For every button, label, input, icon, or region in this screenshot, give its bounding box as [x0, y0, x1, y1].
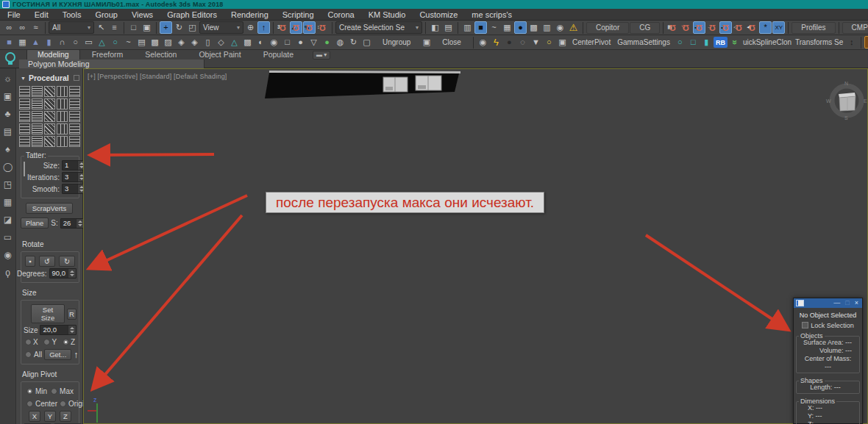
ribbon-minimize-button[interactable]: ▬ ▾ — [313, 51, 330, 60]
chevrons-down-icon[interactable]: » — [728, 36, 741, 48]
dotted-sphere-icon[interactable]: ◌ — [516, 36, 529, 48]
curve-editor-icon[interactable]: ~ — [488, 21, 500, 34]
pattern-swatch[interactable] — [57, 123, 68, 134]
snap-endpoint-icon[interactable]: →Ω — [706, 21, 719, 34]
plane-button[interactable]: Plane — [21, 218, 49, 229]
centerpivot-button[interactable]: CenterPivot — [569, 37, 613, 48]
menu-corona[interactable]: Corona — [328, 10, 355, 19]
tatter-iterations-spinner[interactable]: 3 — [62, 172, 86, 182]
rectangle-spline-icon[interactable]: ▭ — [82, 36, 95, 48]
rotate-ccw-button[interactable]: ↺ — [39, 256, 55, 267]
minimize-button[interactable]: — — [832, 298, 842, 308]
select-object-icon[interactable]: ↖ — [95, 21, 107, 34]
create-selection-set-dropdown[interactable]: Create Selection Se▾ — [335, 21, 422, 34]
render-production-icon[interactable]: ◉ — [554, 21, 566, 34]
tree-icon[interactable]: ♠ — [2, 143, 14, 155]
ellipse-icon[interactable]: ○ — [109, 36, 121, 48]
quicksplineclone-button[interactable]: uickSplineClon — [741, 37, 793, 48]
procedural-rollout-header[interactable]: ▼ Procedural — [21, 73, 79, 82]
pattern-swatch[interactable] — [44, 123, 55, 134]
use-pivot-point-icon[interactable]: ↑ — [257, 21, 270, 34]
viewport-label[interactable]: [+] [Perspective] [Standard] [Default Sh… — [88, 73, 227, 80]
tab-object-paint[interactable]: Object Paint — [188, 50, 251, 60]
cg-button[interactable]: CG — [630, 22, 660, 34]
spline-pen-icon[interactable]: △ — [96, 36, 108, 48]
pivot-min-radio[interactable] — [26, 388, 33, 395]
align-icon[interactable]: ▤ — [442, 21, 455, 34]
material-editor-icon[interactable]: ● — [514, 21, 527, 34]
pattern-swatch[interactable] — [19, 86, 30, 97]
angle-snap-icon[interactable]: ∠Ω — [290, 21, 302, 34]
menu-me-scrips[interactable]: me scrips's — [472, 10, 512, 19]
select-and-manipulate-icon[interactable]: ⊕ — [244, 21, 257, 34]
viewcube[interactable]: N S W E — [825, 78, 868, 121]
dashed-circle-icon[interactable]: ○ — [674, 36, 686, 48]
monitor-icon[interactable]: ▭ — [2, 231, 14, 243]
move-box-icon[interactable]: ▦ — [2, 196, 14, 208]
menu-group[interactable]: Group — [95, 10, 118, 19]
rb-script-button[interactable]: RB — [714, 37, 728, 48]
snap-face-icon[interactable]: ◁Ω — [733, 21, 745, 34]
gray-sphere-icon[interactable]: ● — [294, 36, 307, 48]
dark-sphere-icon[interactable]: ● — [503, 36, 516, 48]
grid-helper-icon[interactable]: ▦ — [16, 36, 29, 48]
pivot-y-button[interactable]: Y — [44, 411, 56, 422]
mesh-star2-icon[interactable]: ◈ — [188, 36, 201, 48]
camera-icon[interactable]: ▣ — [2, 90, 14, 102]
select-and-move-icon[interactable]: + — [160, 21, 172, 34]
spray-bottle-icon[interactable]: ▮ — [700, 36, 713, 48]
window-crossing-icon[interactable]: ▣ — [140, 21, 153, 34]
bulb-small-icon[interactable]: ϙ — [2, 267, 14, 279]
forest-icon[interactable]: ♣ — [2, 108, 14, 120]
measure-panel-titlebar[interactable]: — □ × — [794, 298, 862, 308]
pattern-swatch[interactable] — [19, 98, 30, 109]
teapot-icon[interactable]: ◉ — [2, 249, 14, 261]
pattern-swatch[interactable] — [19, 123, 30, 134]
pattern-swatch[interactable] — [32, 86, 43, 97]
s-spinner[interactable]: 26 — [60, 218, 85, 229]
menu-file[interactable]: File — [7, 10, 21, 19]
select-by-name-icon[interactable]: ≡ — [108, 21, 121, 34]
gammasettings-button[interactable]: GammaSettings — [614, 37, 673, 48]
degrees-spinner[interactable]: 90,0 — [49, 268, 77, 279]
pattern-swatch[interactable] — [57, 98, 68, 109]
green-dot-icon[interactable]: ● — [321, 36, 333, 48]
center-pivot-icon[interactable]: ▣ — [556, 36, 569, 48]
scrapverts-button[interactable]: ScrapVerts — [26, 203, 73, 214]
pattern-swatch[interactable] — [69, 86, 80, 97]
pivot-x-button[interactable]: X — [29, 411, 40, 422]
mirror-icon[interactable]: ◧ — [429, 21, 441, 34]
cylinder-icon[interactable]: ▮ — [43, 36, 55, 48]
arc-icon[interactable]: ∩ — [56, 36, 68, 48]
torus-icon[interactable]: ◯ — [2, 161, 14, 173]
layers-icon[interactable]: ◳ — [2, 179, 14, 190]
list-icon[interactable]: ▤ — [2, 126, 14, 137]
tatter-pattern-button[interactable] — [24, 162, 25, 176]
snap-xy-icon[interactable]: XY — [772, 21, 785, 34]
pattern-swatch[interactable] — [19, 136, 30, 147]
snap-vertex-icon[interactable]: ▪Ω — [693, 21, 705, 34]
pivot-z-button[interactable]: Z — [60, 411, 71, 422]
tab-freeform[interactable]: Freeform — [82, 50, 134, 60]
select-and-scale-icon[interactable]: ◰ — [186, 21, 199, 34]
snap-pivot-icon[interactable]: ↘Ω — [680, 21, 692, 34]
select-and-rotate-icon[interactable]: ↻ — [173, 21, 185, 34]
tatter-size-spinner[interactable]: 1 — [62, 160, 86, 170]
group-box-icon[interactable]: ▣ — [420, 36, 433, 48]
menu-edit[interactable]: Edit — [35, 10, 49, 19]
cone-icon[interactable]: ▲ — [29, 36, 42, 48]
rotate-cw-button[interactable]: ↻ — [59, 256, 75, 267]
mesh-star-icon[interactable]: ◈ — [175, 36, 188, 48]
tab-populate[interactable]: Populate — [253, 50, 304, 60]
pattern-swatch[interactable] — [44, 111, 55, 122]
display-sun-icon[interactable]: ☼ — [2, 73, 14, 85]
pattern-swatch[interactable] — [69, 98, 80, 109]
cmpp2-button[interactable]: CMPP2 — [842, 22, 868, 34]
pattern-swatch[interactable] — [57, 136, 68, 147]
pattern-swatch[interactable] — [57, 86, 68, 97]
layer-manager-icon[interactable]: ▥ — [461, 21, 474, 34]
menu-views[interactable]: Views — [132, 10, 153, 19]
primitive-box-icon[interactable]: ■ — [3, 36, 15, 48]
cylinder-dot-icon[interactable]: ▯ — [202, 36, 214, 48]
pattern-swatch[interactable] — [57, 111, 68, 122]
